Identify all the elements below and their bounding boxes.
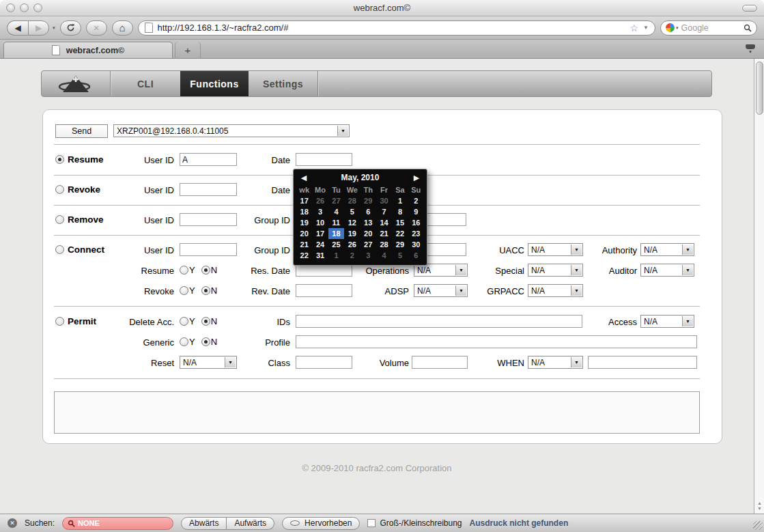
calendar-day[interactable]: 26: [312, 195, 328, 206]
calendar-day[interactable]: 28: [376, 239, 392, 250]
calendar-day[interactable]: 12: [344, 217, 360, 228]
find-input[interactable]: NONE: [62, 517, 173, 530]
calendar-day[interactable]: 18: [328, 228, 344, 239]
special-label: Special: [453, 266, 524, 276]
calendar-day[interactable]: 7: [376, 206, 392, 217]
calendar-day[interactable]: 3: [360, 250, 376, 261]
calendar-day[interactable]: 30: [376, 195, 392, 206]
calendar-day[interactable]: 8: [392, 206, 408, 217]
tab-webracf[interactable]: webracf.com©: [3, 42, 173, 58]
calendar-day[interactable]: 10: [312, 217, 328, 228]
scroll-down-icon[interactable]: ▼: [757, 506, 762, 511]
new-tab-button[interactable]: +: [175, 42, 201, 58]
scroll-up-icon[interactable]: ▲: [757, 501, 762, 505]
calendar-day[interactable]: 26: [344, 239, 360, 250]
match-case-checkbox[interactable]: [367, 519, 376, 527]
calendar-day[interactable]: 6: [360, 206, 376, 217]
calendar-day[interactable]: 2: [344, 250, 360, 261]
calendar-day[interactable]: 4: [328, 206, 344, 217]
calendar-day[interactable]: 25: [328, 239, 344, 250]
stop-button[interactable]: ×: [86, 20, 107, 36]
connect-resume-y-radio[interactable]: [180, 266, 188, 275]
generic-y-radio[interactable]: [180, 337, 188, 346]
vertical-scrollbar[interactable]: ▲ ▼: [754, 59, 764, 514]
calendar-day[interactable]: 29: [360, 195, 376, 206]
calendar-day[interactable]: 28: [344, 195, 360, 206]
server-select[interactable]: XRZP001@192.168.0.4:11005 ▼: [113, 124, 350, 137]
calendar-day[interactable]: 24: [312, 239, 328, 250]
match-case-option[interactable]: Groß-/Kleinschreibung: [367, 518, 462, 528]
calendar-next-icon[interactable]: ▶: [409, 173, 424, 182]
tab-functions[interactable]: Functions: [180, 71, 249, 96]
calendar-day[interactable]: 1: [392, 195, 408, 206]
authority-select[interactable]: N/A▼: [640, 243, 694, 256]
calendar-day[interactable]: 6: [408, 250, 424, 261]
calendar-day[interactable]: 19: [344, 228, 360, 239]
generic-n-radio[interactable]: [201, 337, 210, 346]
calendar-day[interactable]: 4: [376, 250, 392, 261]
home-button[interactable]: ⌂: [112, 20, 133, 36]
url-dropdown-icon[interactable]: ▼: [643, 25, 649, 31]
calendar-day[interactable]: 31: [312, 250, 328, 261]
toolbar-toggle-button[interactable]: [742, 5, 757, 12]
send-button[interactable]: Send: [55, 124, 108, 138]
calendar-day[interactable]: 13: [360, 217, 376, 228]
calendar-day[interactable]: 1: [328, 250, 344, 261]
calendar-day[interactable]: 17: [312, 228, 328, 239]
calendar-day[interactable]: 2: [408, 195, 424, 206]
forward-button[interactable]: ▶: [28, 20, 49, 36]
profile-input[interactable]: [296, 335, 697, 348]
url-text[interactable]: http://192.168.1.3/~racfra2.com/#: [158, 23, 625, 33]
connect-resume-n-radio[interactable]: [201, 266, 210, 275]
tab-cli[interactable]: CLI: [111, 71, 180, 96]
highlight-all-button[interactable]: Hervorheben: [282, 517, 360, 530]
find-next-button[interactable]: Abwärts: [181, 517, 227, 530]
output-area[interactable]: [54, 391, 700, 434]
calendar-day[interactable]: 30: [408, 239, 424, 250]
site-logo[interactable]: [42, 71, 111, 96]
calendar-day[interactable]: 9: [408, 206, 424, 217]
ids-input[interactable]: [296, 315, 582, 328]
calendar-day[interactable]: 15: [392, 217, 408, 228]
tab-settings[interactable]: Settings: [249, 71, 318, 96]
search-input[interactable]: Google: [681, 23, 741, 33]
findbar-close-button[interactable]: ✕: [8, 518, 17, 528]
connect-revoke-n-radio[interactable]: [201, 286, 210, 295]
engine-dropdown-icon[interactable]: ▾: [676, 25, 679, 31]
calendar-day[interactable]: 27: [328, 195, 344, 206]
when-select[interactable]: N/A▼: [528, 356, 583, 369]
list-all-tabs-button[interactable]: ▼: [741, 43, 759, 55]
connect-revoke-y-radio[interactable]: [180, 286, 188, 295]
calendar-prev-icon[interactable]: ◀: [296, 173, 311, 182]
calendar-day[interactable]: 5: [344, 206, 360, 217]
back-button[interactable]: ◀: [7, 20, 28, 36]
delete-acc-n-radio[interactable]: [201, 317, 210, 326]
calendar-day[interactable]: 29: [392, 239, 408, 250]
when-extra-input[interactable]: [588, 356, 697, 369]
resume-date-input[interactable]: [296, 153, 352, 166]
url-bar[interactable]: http://192.168.1.3/~racfra2.com/# ☆ ▼: [138, 20, 655, 36]
resize-grip[interactable]: [753, 521, 763, 530]
access-select[interactable]: N/A▼: [640, 315, 694, 328]
auditor-select[interactable]: N/A▼: [640, 264, 694, 277]
search-bar[interactable]: ▾ Google: [660, 20, 757, 36]
grpacc-select[interactable]: N/A▼: [528, 284, 583, 297]
calendar-day[interactable]: 27: [360, 239, 376, 250]
bookmark-star-icon[interactable]: ☆: [630, 23, 639, 33]
calendar-day[interactable]: 21: [376, 228, 392, 239]
calendar-day[interactable]: 3: [312, 206, 328, 217]
find-previous-button[interactable]: Aufwärts: [227, 517, 274, 530]
reload-button[interactable]: [60, 20, 81, 36]
scrollbar-thumb[interactable]: [756, 61, 763, 115]
calendar-day[interactable]: 5: [392, 250, 408, 261]
calendar-day[interactable]: 20: [360, 228, 376, 239]
calendar-day[interactable]: 22: [392, 228, 408, 239]
scrollbar-arrows[interactable]: ▲ ▼: [754, 501, 764, 512]
calendar-day[interactable]: 16: [408, 217, 424, 228]
delete-acc-y-radio[interactable]: [180, 317, 188, 326]
history-dropdown-icon[interactable]: ▾: [53, 25, 55, 31]
calendar-day[interactable]: 23: [408, 228, 424, 239]
google-engine-icon[interactable]: [666, 23, 675, 32]
calendar-day[interactable]: 14: [376, 217, 392, 228]
calendar-day[interactable]: 11: [328, 217, 344, 228]
